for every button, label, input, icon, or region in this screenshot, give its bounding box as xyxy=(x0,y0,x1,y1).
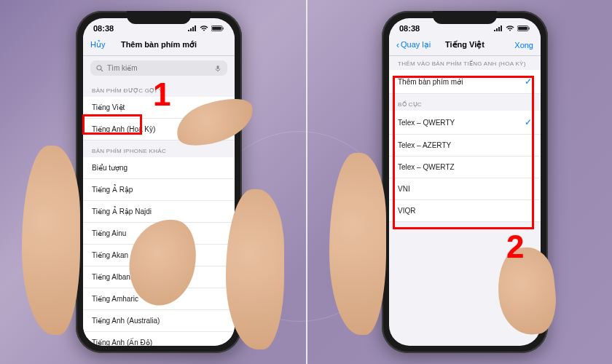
phone-frame-left: 08:38 Hủy Thêm bàn phím mới BÀN PHÍM ĐƯỢ… xyxy=(76,11,242,353)
signal-icon xyxy=(188,25,197,31)
search-input[interactable] xyxy=(107,64,211,72)
list-item-label: VIQR xyxy=(398,207,415,215)
cancel-button[interactable]: Hủy xyxy=(90,40,105,50)
svg-rect-7 xyxy=(518,27,527,31)
list-item-label: Tiếng Anh (Ấn Độ) xyxy=(92,339,152,346)
list-item[interactable]: Tiếng Anh (Hoa Kỳ) xyxy=(83,119,235,141)
checkmark-icon: ✓ xyxy=(525,76,532,87)
nav-title: Thêm bàn phím mới xyxy=(83,40,235,50)
battery-icon xyxy=(211,25,224,31)
list-item-label: VNI xyxy=(398,185,410,193)
search-field[interactable] xyxy=(90,60,227,76)
section-layout: BỐ CỤC xyxy=(389,94,541,111)
list-item[interactable]: Tiếng Ả Rập xyxy=(83,179,235,201)
mic-icon[interactable] xyxy=(214,65,221,72)
phone-frame-right: 08:38 ‹ Quay lại Tiếng Việt Xong Thêm và… xyxy=(382,11,548,353)
status-time: 08:38 xyxy=(93,24,114,33)
search-icon xyxy=(96,65,103,72)
back-button[interactable]: ‹ Quay lại xyxy=(396,40,431,50)
list-item[interactable]: Tiếng Việt xyxy=(83,97,235,119)
screen-left: 08:38 Hủy Thêm bàn phím mới BÀN PHÍM ĐƯỢ… xyxy=(83,18,235,346)
done-button[interactable]: Xong xyxy=(514,41,533,50)
list-item[interactable]: Biểu tượng xyxy=(83,157,235,179)
list-item[interactable]: Telex – QWERTY✓ xyxy=(389,111,541,135)
list-item[interactable]: Thêm bàn phím mới ✓ xyxy=(389,70,541,94)
section-add: Thêm vào bàn phím Tiếng Anh (Hoa Kỳ) xyxy=(389,56,541,70)
checkmark-icon: ✓ xyxy=(525,117,532,127)
list-item-label: Telex – QWERTZ xyxy=(398,163,455,171)
status-time: 08:38 xyxy=(399,24,420,33)
list-item-label: Tiếng Amharic xyxy=(92,295,138,303)
wifi-icon xyxy=(199,25,209,31)
list-item[interactable]: Tiếng Amharic xyxy=(83,288,235,310)
list-item[interactable]: Tiếng Albania xyxy=(83,266,235,288)
list-item-label: Tiếng Ả Rập xyxy=(92,186,133,194)
status-icons xyxy=(494,25,530,31)
svg-line-4 xyxy=(101,69,103,71)
list-item-label: Tiếng Ả Rập Najdi xyxy=(92,207,152,215)
list-item-label: Biểu tượng xyxy=(92,164,128,172)
nav-bar: ‹ Quay lại Tiếng Việt Xong xyxy=(389,36,541,56)
list-item-label: Thêm bàn phím mới xyxy=(398,78,463,86)
hand-shape xyxy=(329,153,386,335)
vertical-divider xyxy=(306,0,307,364)
list-item[interactable]: VNI xyxy=(389,178,541,200)
list-item-label: Tiếng Ainu xyxy=(92,229,126,237)
list-item[interactable]: Tiếng Akan xyxy=(83,245,235,266)
svg-rect-2 xyxy=(223,28,224,30)
svg-point-3 xyxy=(97,66,101,70)
notch xyxy=(433,11,497,24)
chevron-left-icon: ‹ xyxy=(396,41,399,50)
list-item-label: Telex – QWERTY xyxy=(398,119,455,127)
nav-bar: Hủy Thêm bàn phím mới xyxy=(83,36,235,56)
list-item-label: Tiếng Anh (Hoa Kỳ) xyxy=(92,125,155,133)
list-item-label: Telex – AZERTY xyxy=(398,141,451,149)
battery-icon xyxy=(517,25,530,31)
list-item[interactable]: Tiếng Ainu xyxy=(83,223,235,245)
list-item-label: Tiếng Anh (Australia) xyxy=(92,317,160,325)
list-item-label: Tiếng Akan xyxy=(92,251,128,259)
screen-right: 08:38 ‹ Quay lại Tiếng Việt Xong Thêm và… xyxy=(389,18,541,346)
list-item[interactable]: Telex – AZERTY xyxy=(389,135,541,157)
svg-rect-1 xyxy=(212,27,221,31)
svg-rect-5 xyxy=(217,66,219,69)
section-suggested: BÀN PHÍM ĐƯỢC GỢI Ý xyxy=(83,80,235,97)
list-item-label: Tiếng Việt xyxy=(92,103,125,111)
signal-icon xyxy=(494,25,503,31)
list-item[interactable]: Tiếng Ả Rập Najdi xyxy=(83,201,235,223)
list-item[interactable]: VIQR xyxy=(389,200,541,222)
back-label: Quay lại xyxy=(401,40,431,50)
list-item[interactable]: Tiếng Anh (Ấn Độ) xyxy=(83,332,235,346)
svg-rect-8 xyxy=(529,28,530,30)
list-item[interactable]: Telex – QWERTZ xyxy=(389,157,541,178)
notch xyxy=(127,11,191,24)
list-item[interactable]: Tiếng Anh (Australia) xyxy=(83,310,235,332)
status-icons xyxy=(188,25,224,31)
hand-shape xyxy=(22,146,80,335)
wifi-icon xyxy=(505,25,515,31)
list-item-label: Tiếng Albania xyxy=(92,273,136,281)
section-other: BÀN PHÍM IPHONE KHÁC xyxy=(83,141,235,157)
